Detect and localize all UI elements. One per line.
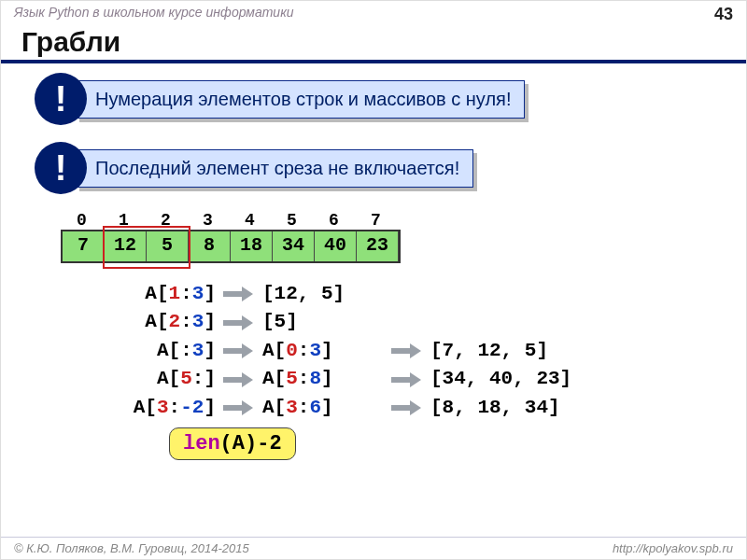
arrow-icon — [391, 401, 423, 414]
index-cell: 7 — [355, 211, 397, 230]
footer: © К.Ю. Поляков, В.М. Гуровиц, 2014-2015 … — [1, 537, 746, 559]
index-cell: 1 — [103, 211, 145, 230]
index-cell: 2 — [145, 211, 187, 230]
course-name: Язык Python в школьном курсе информатики — [14, 5, 294, 24]
callout-text: Последний элемент среза не включается! — [76, 149, 473, 188]
result: [34, 40, 23] — [430, 365, 571, 393]
arrow-icon — [223, 287, 255, 301]
index-cell: 3 — [187, 211, 229, 230]
example-row: A[1:3] [12, 5] — [94, 280, 746, 308]
callout-2: ! Последний элемент среза не включается! — [35, 142, 746, 194]
callout-text: Нумерация элементов строк и массивов с н… — [76, 80, 525, 119]
slide: Язык Python в школьном курсе информатики… — [0, 0, 747, 560]
array-cell: 5 — [147, 231, 189, 261]
arrow-icon — [223, 344, 255, 357]
len-bubble: len(A)-2 — [169, 427, 296, 460]
arrow-icon — [223, 373, 255, 386]
exclamation-icon: ! — [35, 73, 87, 125]
page-title: Грабли — [1, 26, 746, 63]
result: [5] — [262, 308, 384, 336]
index-cell: 5 — [271, 211, 313, 230]
page-number: 43 — [714, 5, 733, 24]
array-cell: 7 — [63, 231, 105, 261]
callout-1: ! Нумерация элементов строк и массивов с… — [35, 73, 746, 125]
arrow-icon — [223, 316, 255, 329]
header: Язык Python в школьном курсе информатики… — [1, 1, 746, 26]
example-row: A[:3] A[0:3] [7, 12, 5] — [94, 337, 746, 365]
array-cell: 8 — [189, 231, 231, 261]
array-cell: 40 — [315, 231, 357, 261]
array-cell: 34 — [273, 231, 315, 261]
len-arg: (A)-2 — [220, 432, 282, 455]
example-row: A[5:] A[5:8] [34, 40, 23] — [94, 365, 746, 393]
array-row: 7 12 5 8 18 34 40 23 — [61, 230, 401, 263]
result: [8, 18, 34] — [430, 394, 560, 422]
footer-link: http://kpolyakov.spb.ru — [613, 541, 733, 555]
example-row: A[2:3] [5] — [94, 308, 746, 336]
index-cell: 4 — [229, 211, 271, 230]
arrow-icon — [391, 373, 423, 386]
array-diagram: 0 1 2 3 4 5 6 7 7 12 5 8 18 34 40 23 — [61, 211, 746, 263]
index-cell: 6 — [313, 211, 355, 230]
array-cell: 23 — [357, 231, 399, 261]
copyright: © К.Ю. Поляков, В.М. Гуровиц, 2014-2015 — [14, 541, 249, 555]
array-cell: 18 — [231, 231, 273, 261]
result: [7, 12, 5] — [430, 337, 548, 365]
result: [12, 5] — [262, 280, 384, 308]
example-row: A[3:-2] A[3:6] [8, 18, 34] — [94, 394, 746, 422]
array-cell: 12 — [105, 231, 147, 261]
index-cell: 0 — [61, 211, 103, 230]
arrow-icon — [391, 344, 423, 357]
exclamation-icon: ! — [35, 142, 87, 194]
len-fn: len — [183, 432, 220, 455]
index-row: 0 1 2 3 4 5 6 7 — [61, 211, 746, 230]
arrow-icon — [223, 401, 255, 414]
slice-examples: A[1:3] [12, 5] A[2:3] [5] A[:3] A[0:3] [… — [94, 280, 746, 422]
